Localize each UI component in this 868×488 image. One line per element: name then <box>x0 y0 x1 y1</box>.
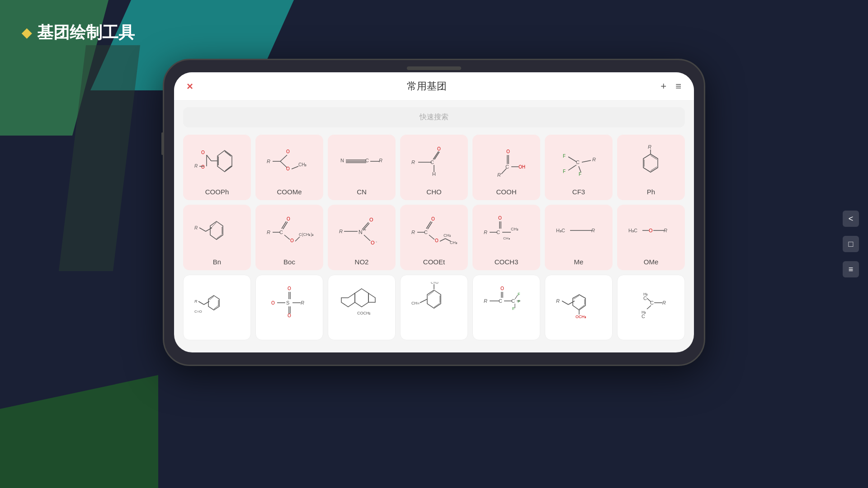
group-svg-TolCH: CH= C=O <box>404 281 464 321</box>
svg-text:CH₂: CH₂ <box>443 233 451 238</box>
group-svg-COOPh: O O R <box>187 140 247 181</box>
header-actions: + ≡ <box>660 80 681 92</box>
svg-line-161 <box>568 301 575 305</box>
svg-text:CH₃: CH₃ <box>298 162 307 167</box>
svg-line-71 <box>284 235 290 239</box>
phone-frame: × 常用基团 + ≡ 快速搜索 <box>163 59 705 366</box>
svg-marker-162 <box>573 295 585 310</box>
svg-line-73 <box>295 237 300 241</box>
group-card-COOEt[interactable]: R C O O CH₂ CH₃ COOEt <box>400 205 468 270</box>
app-title-text: 基团绘制工具 <box>37 22 135 44</box>
group-label-COOH: COOH <box>496 188 517 196</box>
svg-text:F: F <box>518 292 520 296</box>
svg-text:F: F <box>518 299 520 304</box>
svg-line-174 <box>647 305 651 309</box>
group-card-OMe[interactable]: H₃C O R OMe <box>617 205 685 270</box>
svg-marker-53 <box>643 154 658 172</box>
svg-line-160 <box>562 301 568 305</box>
group-card-COOMe[interactable]: R O O CH₃ COOMe <box>255 135 323 200</box>
group-card-COOPh[interactable]: O O R COOPh <box>183 135 251 200</box>
group-card-NO2[interactable]: N O O R + - <box>328 205 396 270</box>
svg-text:F: F <box>512 306 515 311</box>
group-card-PMB[interactable]: R OCH₃ <box>545 275 613 340</box>
group-label-CF3: CF3 <box>572 188 585 196</box>
group-card-CN[interactable]: N C R CN <box>328 135 396 200</box>
svg-marker-134 <box>341 293 355 307</box>
svg-text:CH₃: CH₃ <box>511 227 519 231</box>
svg-text:R: R <box>591 228 595 233</box>
group-card-Bn[interactable]: R Bn <box>183 205 251 270</box>
group-svg-PMB: R OCH₃ <box>549 281 609 321</box>
svg-text:O: O <box>506 149 510 154</box>
svg-text:C: C <box>279 230 283 235</box>
svg-text:C: C <box>643 296 647 301</box>
svg-text:O: O <box>437 146 441 151</box>
group-label-CHO: CHO <box>426 188 441 196</box>
svg-marker-0 <box>217 150 232 172</box>
group-card-Boc[interactable]: R C O O C(CH₃)₃ <box>255 205 323 270</box>
search-bar[interactable]: 快速搜索 <box>183 107 685 127</box>
nav-check-button[interactable]: □ <box>843 236 859 252</box>
group-card-iPr[interactable]: H₃ C C R H₃ C <box>617 275 685 340</box>
group-svg-CHO: R C O H <box>404 140 464 181</box>
list-button[interactable]: ≡ <box>675 80 681 92</box>
svg-line-48 <box>568 165 576 170</box>
group-card-COCH3[interactable]: R C O CH₃ CH₃ COCH3 <box>472 205 540 270</box>
group-card-COOH[interactable]: R C O OH COOH <box>472 135 540 200</box>
group-svg-Ph: R <box>621 140 681 181</box>
svg-text:O: O <box>500 286 504 291</box>
svg-text:R: R <box>267 230 270 235</box>
svg-text:R: R <box>194 164 198 169</box>
svg-text:O: O <box>431 216 435 221</box>
svg-text:H: H <box>432 171 436 177</box>
svg-text:O: O <box>371 240 375 245</box>
svg-line-141 <box>420 299 427 303</box>
group-card-TolCH[interactable]: CH= C=O <box>400 275 468 340</box>
svg-marker-135 <box>368 293 375 302</box>
svg-text:H₃C: H₃C <box>628 228 637 233</box>
svg-text:O: O <box>435 238 439 243</box>
group-card-CHO[interactable]: R C O H CHO <box>400 135 468 200</box>
diamond-icon: ◆ <box>22 25 32 40</box>
bg-decoration-dark-green <box>0 375 158 488</box>
svg-text:R: R <box>411 230 415 235</box>
svg-text:O: O <box>287 216 290 221</box>
group-card-PhCH2CO[interactable]: R C=O <box>183 275 251 340</box>
svg-text:C: C <box>496 230 500 235</box>
svg-text:O: O <box>290 238 294 243</box>
group-label-COCH3: COCH3 <box>495 258 519 266</box>
header-title: 常用基团 <box>407 80 447 93</box>
svg-line-31 <box>434 152 439 160</box>
group-card-CF3[interactable]: C F F F R CF3 <box>545 135 613 200</box>
group-card-TfCF3[interactable]: R C O C F F F <box>472 275 540 340</box>
add-button[interactable]: + <box>660 80 666 92</box>
group-svg-TfCF3: R C O C F F F <box>476 281 536 321</box>
group-svg-Fmoc: COCH₂ <box>332 281 392 321</box>
group-svg-SO2R: S O O R O <box>259 281 319 321</box>
nav-back-button[interactable]: < <box>843 211 859 227</box>
svg-text:O: O <box>286 149 290 154</box>
group-card-SO2R[interactable]: S O O R O <box>255 275 323 340</box>
side-navigation: < □ ≡ <box>843 211 859 277</box>
svg-text:O: O <box>201 164 205 169</box>
svg-text:C=O: C=O <box>431 282 439 285</box>
svg-text:R: R <box>648 144 651 150</box>
group-svg-CF3: C F F F R <box>548 140 609 181</box>
group-card-Ph[interactable]: R Ph <box>617 135 685 200</box>
svg-text:CH=: CH= <box>411 301 420 305</box>
nav-menu-button[interactable]: ≡ <box>843 261 859 277</box>
svg-text:F: F <box>579 172 581 177</box>
group-svg-iPr: H₃ C C R H₃ C <box>621 281 681 321</box>
group-label-COOEt: COOEt <box>423 258 445 266</box>
svg-line-115 <box>198 301 204 305</box>
group-card-Me[interactable]: H₃C R Me <box>545 205 613 270</box>
svg-line-17 <box>292 166 298 169</box>
close-button[interactable]: × <box>187 80 193 93</box>
svg-marker-60 <box>210 221 223 239</box>
group-svg-COCH3: R C O CH₃ CH₃ <box>476 210 537 251</box>
group-label-Boc: Boc <box>283 258 295 266</box>
svg-text:R: R <box>497 172 501 178</box>
svg-line-156 <box>515 295 518 299</box>
svg-text:-: - <box>376 239 377 244</box>
group-card-Fmoc[interactable]: COCH₂ <box>328 275 396 340</box>
